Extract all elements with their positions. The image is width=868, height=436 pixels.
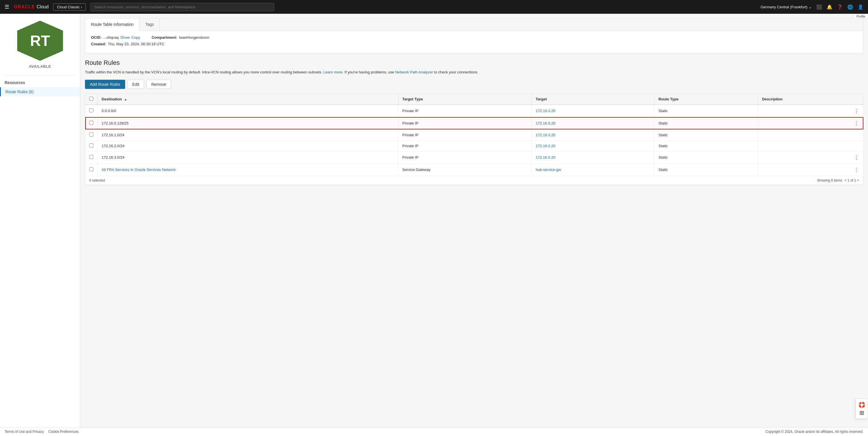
bell-icon[interactable]: 🔔 xyxy=(827,4,832,10)
row-checkbox-cell xyxy=(85,129,98,140)
cloud-classic-arrow: › xyxy=(81,5,82,9)
showing-row: 0 selected Showing 6 items < 1 of 1 > xyxy=(85,176,863,185)
ocid-field: OCID: ...ohqcaq Show Copy xyxy=(91,35,140,40)
destination-value: 172.16.1.0/24 xyxy=(102,133,125,137)
created-label: Created: xyxy=(91,42,106,46)
help-icon[interactable]: ❓ xyxy=(837,4,843,10)
info-row-ocid: OCID: ...ohqcaq Show Copy Compartment: I… xyxy=(91,35,857,40)
row-checkbox-cell xyxy=(85,151,98,164)
description-cell xyxy=(758,129,863,140)
tab-route-table-information[interactable]: Route Table Information xyxy=(85,19,140,31)
tabs-row: Route Table Information Tags xyxy=(85,19,863,31)
sidebar-divider xyxy=(5,75,75,76)
ocid-value: ...ohqcaq xyxy=(103,35,119,40)
available-status-label: AVAILABLE xyxy=(29,64,51,69)
target-link[interactable]: 172.16.0.20 xyxy=(536,144,555,148)
route-type-value: Static xyxy=(658,155,668,160)
resource-icon-container: RT AVAILABLE xyxy=(0,14,80,73)
target-link[interactable]: hub-service-gw xyxy=(536,168,561,172)
globe-icon[interactable]: 🌐 xyxy=(847,4,853,10)
row-checkbox[interactable] xyxy=(89,167,93,171)
network-path-analyzer-link[interactable]: Network Path Analyzer xyxy=(395,70,433,74)
target-link[interactable]: 172.16.0.20 xyxy=(536,155,555,160)
grid-icon: ⊞ xyxy=(859,409,864,416)
route-type-value: Static xyxy=(658,133,668,137)
row-checkbox-cell xyxy=(85,105,98,117)
target-type-value: Private IP xyxy=(402,121,418,125)
oracle-red-text: ORACLE xyxy=(14,4,35,9)
copy-link[interactable]: Copy xyxy=(131,35,140,40)
select-all-header[interactable] xyxy=(85,94,98,105)
target-link[interactable]: 172.16.0.20 xyxy=(536,109,555,113)
route-type-value: Static xyxy=(658,109,668,113)
kebab-menu[interactable]: ⋮ xyxy=(854,120,859,127)
row-checkbox-cell xyxy=(85,117,98,129)
kebab-menu[interactable]: ⋮ xyxy=(854,108,859,114)
target-type-cell: Private IP xyxy=(398,117,532,129)
profile-avatar-icon[interactable]: 👤 xyxy=(858,4,863,10)
help-widget[interactable]: 🛟 ⊞ xyxy=(856,399,868,419)
life-ring-icon: 🛟 xyxy=(858,401,865,408)
created-value: Thu, May 23, 2024, 06:30:19 UTC xyxy=(108,42,164,46)
row-checkbox[interactable] xyxy=(89,121,93,125)
target-link[interactable]: 172.16.0.20 xyxy=(536,121,555,125)
table-row: 172.16.3.0/24 Private IP 172.16.0.20 Sta… xyxy=(85,151,863,164)
cloud-classic-label: Cloud Classic xyxy=(57,5,80,9)
destination-link[interactable]: All FRA Services In Oracle Services Netw… xyxy=(102,168,176,172)
oracle-logo: ORACLE Cloud xyxy=(14,4,49,9)
cookie-link[interactable]: Cookie Preferences xyxy=(49,430,79,434)
region-selector[interactable]: Germany Central (Frankfurt) ⌄ xyxy=(761,5,812,9)
remove-button[interactable]: Remove xyxy=(146,80,171,89)
table-row-highlighted: 172.16.0.128/25 Private IP 172.16.0.20 S… xyxy=(85,117,863,129)
target-cell: 172.16.0.20 xyxy=(532,140,654,151)
terms-link[interactable]: Terms of Use and Privacy xyxy=(5,430,44,434)
route-type-cell: Static xyxy=(654,140,758,151)
row-checkbox[interactable] xyxy=(89,108,93,112)
table-row: 172.16.2.0/24 Private IP 172.16.0.20 Sta… xyxy=(85,140,863,151)
destination-cell: 172.16.2.0/24 xyxy=(98,140,398,151)
kebab-menu[interactable]: ⋮ xyxy=(854,167,859,173)
ocid-label: OCID: xyxy=(91,35,102,40)
row-checkbox[interactable] xyxy=(89,133,93,137)
created-field: Created: Thu, May 23, 2024, 06:30:19 UTC xyxy=(91,42,164,46)
table-row: 0.0.0.0/0 Private IP 172.16.0.20 Static … xyxy=(85,105,863,117)
route-rules-section: Route Rules Traffic within the VCN is ha… xyxy=(81,53,868,191)
search-input[interactable] xyxy=(90,3,274,11)
tab-tags[interactable]: Tags xyxy=(140,19,160,30)
target-cell: 172.16.0.20 xyxy=(532,105,654,117)
add-route-rules-button[interactable]: Add Route Rules xyxy=(85,80,125,89)
target-link[interactable]: 172.16.0.20 xyxy=(536,133,555,137)
edit-button[interactable]: Edit xyxy=(127,80,144,89)
compartment-field: Compartment: IwanHoogendoorn xyxy=(152,35,209,40)
show-link[interactable]: Show xyxy=(120,35,130,40)
learn-more-link[interactable]: Learn more. xyxy=(323,70,344,74)
route-type-cell: Static xyxy=(654,129,758,140)
destination-cell: 172.16.0.128/25 xyxy=(98,117,398,129)
row-checkbox[interactable] xyxy=(89,155,93,159)
tab-route-table-label: Route Table Information xyxy=(91,22,133,27)
sort-icon: ▲ xyxy=(124,98,127,101)
terminal-icon[interactable]: ⬛ xyxy=(816,4,822,10)
route-rules-title: Route Rules xyxy=(85,59,863,67)
destination-cell: 0.0.0.0/0 xyxy=(98,105,398,117)
destination-header[interactable]: Destination ▲ xyxy=(98,94,398,105)
target-type-cell: Service Gateway xyxy=(398,164,532,176)
table-row: 172.16.1.0/24 Private IP 172.16.0.20 Sta… xyxy=(85,129,863,140)
footer-links: Terms of Use and Privacy Cookie Preferen… xyxy=(5,430,79,434)
route-table: Destination ▲ Target Type Target Route T… xyxy=(85,94,863,176)
resources-section-label: Resources xyxy=(0,78,80,87)
target-header: Target xyxy=(532,94,654,105)
showing-label: Showing 6 items xyxy=(817,178,842,182)
target-cell: 172.16.0.20 xyxy=(532,129,654,140)
target-type-cell: Private IP xyxy=(398,105,532,117)
profile-indicator: Profile xyxy=(854,14,868,19)
target-label: Target xyxy=(536,97,547,101)
row-checkbox[interactable] xyxy=(89,143,93,147)
target-type-value: Private IP xyxy=(402,155,418,160)
cloud-classic-button[interactable]: Cloud Classic › xyxy=(53,3,86,11)
sidebar-item-route-rules[interactable]: Route Rules (6) xyxy=(0,87,80,96)
kebab-menu[interactable]: ⋮ xyxy=(854,154,859,161)
select-all-checkbox[interactable] xyxy=(89,97,93,101)
region-chevron: ⌄ xyxy=(809,5,812,9)
hamburger-icon[interactable]: ☰ xyxy=(5,4,9,10)
